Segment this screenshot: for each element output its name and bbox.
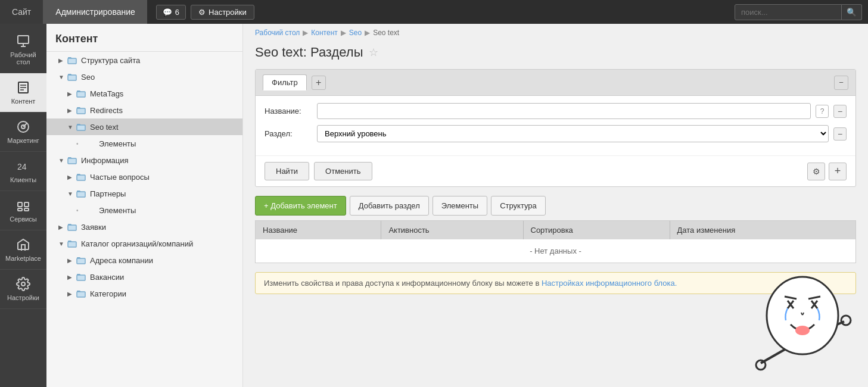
filter-minimize-button[interactable]: − [834, 76, 848, 90]
tree-label-redirects: Redirects [90, 106, 123, 115]
tree-item-struktura[interactable]: ▶ Структура сайта [46, 52, 242, 68]
svg-rect-25 [77, 258, 85, 264]
folder-icon-redirects [76, 105, 86, 115]
filter-row-section: Раздел: Верхний уровень Все разделы − [265, 125, 847, 142]
arrow-struktura: ▶ [58, 57, 67, 64]
arrow-elementy1: • [76, 141, 85, 147]
svg-rect-20 [68, 158, 76, 164]
services-icon [16, 198, 30, 213]
arrow-katalog: ▼ [58, 241, 67, 247]
filter-section-select[interactable]: Верхний уровень Все разделы [317, 125, 829, 142]
arrow-informacia: ▼ [58, 157, 67, 164]
arrow-zayvki: ▶ [58, 224, 67, 230]
filter-section-remove-button[interactable]: − [833, 127, 847, 141]
cancel-filter-button[interactable]: Отменить [314, 162, 372, 180]
folder-icon-partnery [76, 189, 86, 198]
clients-icon: 24 [16, 159, 30, 173]
breadcrumb-link-dashboard[interactable]: Рабочий стол [255, 29, 300, 37]
tree-item-elementy1[interactable]: • Элементы [46, 135, 242, 152]
search-button[interactable]: 🔍 [842, 4, 862, 20]
filter-header: Фильтр + − [256, 70, 855, 96]
tree-item-seo[interactable]: ▼ Seo [46, 68, 242, 85]
filter-help-button[interactable]: ? [816, 105, 829, 118]
settings-nav-button[interactable]: ⚙ Настройки [191, 5, 254, 20]
breadcrumb-link-content[interactable]: Контент [311, 29, 337, 37]
no-data-message: - Нет данных - [256, 239, 855, 263]
arrow-kategorii: ▶ [67, 291, 76, 297]
search-input[interactable] [735, 4, 842, 20]
tree-label-seotext: Seo text [90, 123, 119, 132]
breadcrumb: Рабочий стол ▶ Контент ▶ Seo ▶ Seo text [243, 24, 868, 42]
spacer-elementy1 [85, 139, 95, 148]
tree-label-kategorii: Категории [90, 289, 126, 298]
tree-item-katalog[interactable]: ▼ Каталог организаций/компаний [46, 235, 242, 252]
settings-icon [16, 277, 30, 291]
col-name: Название [256, 221, 381, 239]
tree-item-kategorii[interactable]: ▶ Категории [46, 285, 242, 302]
info-text: Изменить свойства и права доступа к инфо… [264, 279, 542, 288]
sidebar-item-services[interactable]: Сервисы [0, 191, 46, 230]
folder-icon-informacia [67, 155, 77, 165]
site-tab[interactable]: Сайт [0, 0, 43, 24]
badge-count: 6 [175, 8, 179, 17]
folder-icon-kategorii [76, 289, 86, 298]
page-title: Seo text: Разделы [255, 45, 363, 60]
admin-tab[interactable]: Администрирование [43, 0, 147, 24]
tree-item-redirects[interactable]: ▶ Redirects [46, 102, 242, 118]
tree-item-seotext[interactable]: ▼ Seo text [46, 118, 242, 135]
filter-name-label: Название: [265, 107, 312, 116]
folder-icon-katalog [67, 239, 77, 248]
tree-item-elementy2[interactable]: • Элементы [46, 202, 242, 219]
sidebar-item-clients[interactable]: 24 Клиенты [0, 152, 46, 191]
sidebar-item-marketing[interactable]: Маркетинг [0, 113, 46, 152]
sidebar-item-content[interactable]: Контент [0, 73, 46, 113]
filter-name-input[interactable] [317, 103, 811, 119]
arrow-partnery: ▼ [67, 191, 76, 197]
tree-item-adresa[interactable]: ▶ Адреса компании [46, 252, 242, 269]
tree-label-elementy2: Элементы [99, 206, 136, 215]
arrow-seotext: ▼ [67, 124, 76, 130]
add-element-button[interactable]: + Добавить элемент [255, 196, 346, 216]
sidebar-label-marketing: Маркетинг [7, 137, 39, 144]
elements-button[interactable]: Элементы [433, 196, 487, 216]
tree-item-partnery[interactable]: ▼ Партнеры [46, 185, 242, 202]
info-link[interactable]: Настройках информационного блока. [542, 279, 677, 288]
info-box: Изменить свойства и права доступа к инфо… [255, 272, 856, 294]
structure-button[interactable]: Структура [491, 196, 546, 216]
breadcrumb-sep-1: ▶ [303, 29, 308, 37]
sidebar-item-dashboard[interactable]: Рабочий стол [0, 27, 46, 73]
top-nav-actions: 💬 6 ⚙ Настройки [156, 5, 254, 20]
messages-badge[interactable]: 💬 6 [156, 5, 186, 20]
tree-item-zayvki[interactable]: ▶ Заявки [46, 219, 242, 235]
filter-name-remove-button[interactable]: − [833, 105, 847, 118]
tree-item-vakansii[interactable]: ▶ Вакансии [46, 269, 242, 285]
add-section-button[interactable]: Добавить раздел [350, 196, 429, 216]
breadcrumb-link-seo[interactable]: Seo [349, 29, 362, 37]
tree-item-informacia[interactable]: ▼ Информация [46, 152, 242, 168]
breadcrumb-current: Seo text [373, 29, 399, 37]
tree-label-chastye: Частые вопросы [90, 173, 150, 182]
arrow-metatags: ▶ [67, 90, 76, 97]
content-icon [16, 80, 30, 95]
svg-rect-26 [77, 275, 85, 280]
find-button[interactable]: Найти [265, 162, 309, 180]
tree-label-katalog: Каталог организаций/компаний [81, 239, 193, 248]
filter-add-button[interactable]: + [312, 76, 326, 90]
sidebar-item-marketplace[interactable]: Marketplace [0, 230, 46, 270]
svg-rect-11 [24, 202, 29, 207]
tree-item-metatags[interactable]: ▶ MetaTags [46, 85, 242, 102]
filter-plus-button[interactable]: + [829, 163, 847, 180]
arrow-chastye: ▶ [67, 174, 76, 180]
svg-rect-27 [77, 292, 85, 297]
main-content: Рабочий стол ▶ Контент ▶ Seo ▶ Seo text … [243, 24, 868, 387]
sidebar-item-settings[interactable]: Настройки [0, 270, 46, 309]
tree-item-chastye[interactable]: ▶ Частые вопросы [46, 168, 242, 185]
filter-tab[interactable]: Фильтр [263, 74, 307, 90]
folder-icon-vakansii [76, 272, 86, 282]
tree-label-elementy1: Элементы [99, 139, 136, 148]
main-layout: Рабочий стол Контент Маркетинг 24 Клиен [0, 24, 868, 387]
favorite-star-icon[interactable]: ☆ [369, 46, 378, 59]
sidebar-label-content: Контент [11, 98, 36, 105]
filter-gear-button[interactable]: ⚙ [807, 163, 825, 180]
sidebar-label-services: Сервисы [10, 216, 37, 223]
